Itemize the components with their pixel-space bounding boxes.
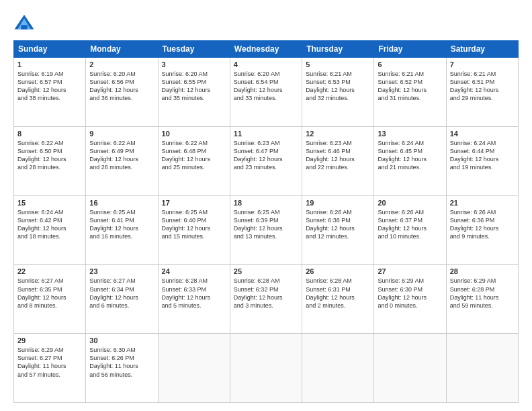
day-number: 11 bbox=[234, 130, 298, 138]
calendar-table: SundayMondayTuesdayWednesdayThursdayFrid… bbox=[13, 40, 519, 403]
calendar-cell bbox=[158, 334, 230, 403]
day-number: 19 bbox=[306, 199, 370, 207]
day-number: 20 bbox=[378, 199, 442, 207]
calendar-cell: 13Sunrise: 6:24 AMSunset: 6:45 PMDayligh… bbox=[374, 126, 446, 195]
cell-info: Sunrise: 6:25 AMSunset: 6:41 PMDaylight:… bbox=[89, 209, 138, 240]
calendar-cell: 17Sunrise: 6:25 AMSunset: 6:40 PMDayligh… bbox=[158, 195, 230, 265]
logo-icon bbox=[13, 12, 35, 34]
cell-info: Sunrise: 6:20 AMSunset: 6:55 PMDaylight:… bbox=[162, 71, 211, 101]
calendar-cell: 19Sunrise: 6:26 AMSunset: 6:38 PMDayligh… bbox=[302, 195, 374, 265]
cell-info: Sunrise: 6:28 AMSunset: 6:31 PMDaylight:… bbox=[306, 277, 355, 308]
calendar-cell: 23Sunrise: 6:27 AMSunset: 6:34 PMDayligh… bbox=[86, 265, 158, 334]
calendar-week-5: 29Sunrise: 6:29 AMSunset: 6:27 PMDayligh… bbox=[14, 334, 519, 403]
day-number: 18 bbox=[234, 199, 298, 207]
cell-info: Sunrise: 6:22 AMSunset: 6:49 PMDaylight:… bbox=[89, 140, 138, 171]
calendar-cell: 28Sunrise: 6:29 AMSunset: 6:28 PMDayligh… bbox=[446, 265, 518, 334]
calendar-cell: 21Sunrise: 6:26 AMSunset: 6:36 PMDayligh… bbox=[446, 195, 518, 265]
logo bbox=[13, 12, 39, 34]
calendar-cell: 9Sunrise: 6:22 AMSunset: 6:49 PMDaylight… bbox=[86, 126, 158, 195]
calendar-cell bbox=[302, 334, 374, 403]
calendar-week-2: 8Sunrise: 6:22 AMSunset: 6:50 PMDaylight… bbox=[14, 126, 519, 195]
col-header-sunday: Sunday bbox=[14, 41, 86, 58]
day-number: 12 bbox=[306, 130, 370, 138]
calendar-cell: 18Sunrise: 6:25 AMSunset: 6:39 PMDayligh… bbox=[230, 195, 302, 265]
calendar-cell: 22Sunrise: 6:27 AMSunset: 6:35 PMDayligh… bbox=[14, 265, 86, 334]
day-number: 9 bbox=[89, 130, 154, 138]
cell-info: Sunrise: 6:24 AMSunset: 6:42 PMDaylight:… bbox=[17, 209, 66, 240]
calendar-cell: 27Sunrise: 6:29 AMSunset: 6:30 PMDayligh… bbox=[374, 265, 446, 334]
cell-info: Sunrise: 6:29 AMSunset: 6:27 PMDaylight:… bbox=[17, 347, 66, 377]
cell-info: Sunrise: 6:28 AMSunset: 6:33 PMDaylight:… bbox=[162, 277, 211, 308]
calendar-cell: 26Sunrise: 6:28 AMSunset: 6:31 PMDayligh… bbox=[302, 265, 374, 334]
cell-info: Sunrise: 6:20 AMSunset: 6:54 PMDaylight:… bbox=[234, 71, 283, 101]
calendar-cell: 3Sunrise: 6:20 AMSunset: 6:55 PMDaylight… bbox=[158, 58, 230, 127]
day-number: 15 bbox=[17, 199, 82, 207]
day-number: 23 bbox=[89, 267, 154, 275]
calendar-cell bbox=[374, 334, 446, 403]
calendar-cell: 8Sunrise: 6:22 AMSunset: 6:50 PMDaylight… bbox=[14, 126, 86, 195]
day-number: 29 bbox=[17, 336, 82, 345]
col-header-tuesday: Tuesday bbox=[158, 41, 230, 58]
day-number: 16 bbox=[89, 199, 154, 207]
calendar-week-1: 1Sunrise: 6:19 AMSunset: 6:57 PMDaylight… bbox=[14, 58, 519, 127]
calendar-cell: 30Sunrise: 6:30 AMSunset: 6:26 PMDayligh… bbox=[86, 334, 158, 403]
col-header-wednesday: Wednesday bbox=[230, 41, 302, 58]
calendar-week-3: 15Sunrise: 6:24 AMSunset: 6:42 PMDayligh… bbox=[14, 195, 519, 265]
col-header-thursday: Thursday bbox=[302, 41, 374, 58]
day-number: 14 bbox=[450, 130, 515, 138]
calendar-cell: 15Sunrise: 6:24 AMSunset: 6:42 PMDayligh… bbox=[14, 195, 86, 265]
calendar-header-row: SundayMondayTuesdayWednesdayThursdayFrid… bbox=[14, 41, 519, 58]
cell-info: Sunrise: 6:30 AMSunset: 6:26 PMDaylight:… bbox=[89, 347, 138, 377]
cell-info: Sunrise: 6:23 AMSunset: 6:47 PMDaylight:… bbox=[234, 140, 283, 171]
day-number: 8 bbox=[17, 130, 82, 138]
cell-info: Sunrise: 6:20 AMSunset: 6:56 PMDaylight:… bbox=[89, 71, 138, 101]
day-number: 5 bbox=[306, 60, 370, 68]
cell-info: Sunrise: 6:25 AMSunset: 6:40 PMDaylight:… bbox=[162, 209, 211, 240]
day-number: 17 bbox=[162, 199, 226, 207]
cell-info: Sunrise: 6:24 AMSunset: 6:45 PMDaylight:… bbox=[378, 140, 427, 171]
calendar-cell: 14Sunrise: 6:24 AMSunset: 6:44 PMDayligh… bbox=[446, 126, 518, 195]
cell-info: Sunrise: 6:22 AMSunset: 6:50 PMDaylight:… bbox=[17, 140, 66, 171]
day-number: 25 bbox=[234, 267, 298, 275]
cell-info: Sunrise: 6:21 AMSunset: 6:51 PMDaylight:… bbox=[450, 71, 499, 101]
calendar-cell: 7Sunrise: 6:21 AMSunset: 6:51 PMDaylight… bbox=[446, 58, 518, 127]
cell-info: Sunrise: 6:26 AMSunset: 6:37 PMDaylight:… bbox=[378, 209, 427, 240]
day-number: 13 bbox=[378, 130, 442, 138]
day-number: 21 bbox=[450, 199, 515, 207]
day-number: 27 bbox=[378, 267, 442, 275]
day-number: 4 bbox=[234, 60, 298, 68]
day-number: 30 bbox=[89, 336, 154, 345]
calendar-cell: 20Sunrise: 6:26 AMSunset: 6:37 PMDayligh… bbox=[374, 195, 446, 265]
header bbox=[13, 12, 519, 34]
day-number: 26 bbox=[306, 267, 370, 275]
col-header-friday: Friday bbox=[374, 41, 446, 58]
day-number: 22 bbox=[17, 267, 82, 275]
calendar-cell: 4Sunrise: 6:20 AMSunset: 6:54 PMDaylight… bbox=[230, 58, 302, 127]
day-number: 28 bbox=[450, 267, 515, 275]
col-header-saturday: Saturday bbox=[446, 41, 518, 58]
page: SundayMondayTuesdayWednesdayThursdayFrid… bbox=[0, 0, 532, 411]
cell-info: Sunrise: 6:27 AMSunset: 6:34 PMDaylight:… bbox=[89, 277, 138, 308]
cell-info: Sunrise: 6:29 AMSunset: 6:28 PMDaylight:… bbox=[450, 277, 499, 308]
calendar-cell: 11Sunrise: 6:23 AMSunset: 6:47 PMDayligh… bbox=[230, 126, 302, 195]
calendar-cell: 2Sunrise: 6:20 AMSunset: 6:56 PMDaylight… bbox=[86, 58, 158, 127]
cell-info: Sunrise: 6:27 AMSunset: 6:35 PMDaylight:… bbox=[17, 277, 66, 308]
svg-rect-2 bbox=[21, 25, 28, 29]
calendar-cell: 5Sunrise: 6:21 AMSunset: 6:53 PMDaylight… bbox=[302, 58, 374, 127]
calendar-week-4: 22Sunrise: 6:27 AMSunset: 6:35 PMDayligh… bbox=[14, 265, 519, 334]
calendar-cell: 1Sunrise: 6:19 AMSunset: 6:57 PMDaylight… bbox=[14, 58, 86, 127]
calendar-cell: 12Sunrise: 6:23 AMSunset: 6:46 PMDayligh… bbox=[302, 126, 374, 195]
calendar-cell: 6Sunrise: 6:21 AMSunset: 6:52 PMDaylight… bbox=[374, 58, 446, 127]
day-number: 24 bbox=[162, 267, 226, 275]
calendar-cell: 29Sunrise: 6:29 AMSunset: 6:27 PMDayligh… bbox=[14, 334, 86, 403]
day-number: 3 bbox=[162, 60, 226, 68]
day-number: 10 bbox=[162, 130, 226, 138]
cell-info: Sunrise: 6:25 AMSunset: 6:39 PMDaylight:… bbox=[234, 209, 283, 240]
col-header-monday: Monday bbox=[86, 41, 158, 58]
day-number: 6 bbox=[378, 60, 442, 68]
cell-info: Sunrise: 6:26 AMSunset: 6:36 PMDaylight:… bbox=[450, 209, 499, 240]
day-number: 7 bbox=[450, 60, 515, 68]
cell-info: Sunrise: 6:23 AMSunset: 6:46 PMDaylight:… bbox=[306, 140, 355, 171]
cell-info: Sunrise: 6:21 AMSunset: 6:52 PMDaylight:… bbox=[378, 71, 427, 101]
calendar-cell: 25Sunrise: 6:28 AMSunset: 6:32 PMDayligh… bbox=[230, 265, 302, 334]
